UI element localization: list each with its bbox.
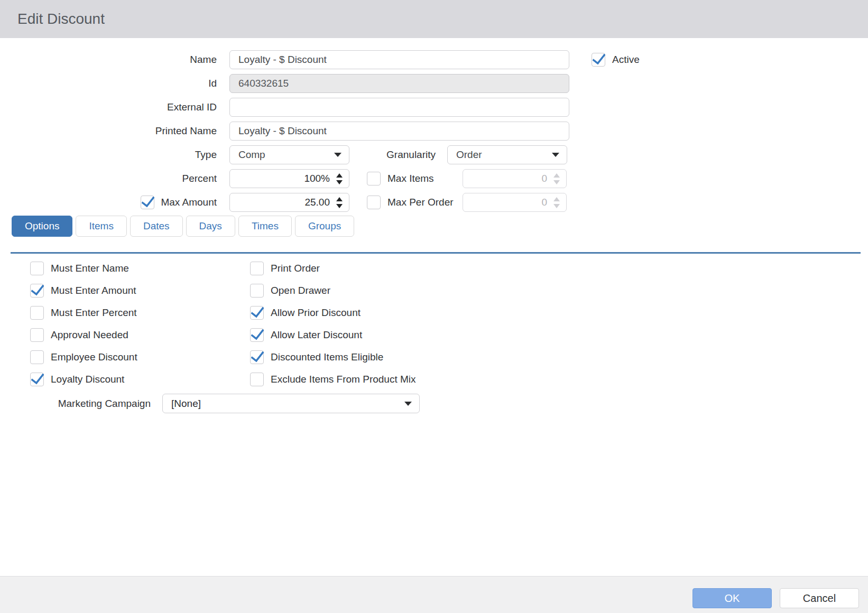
option-must-enter-percent: Must Enter Percent (30, 306, 137, 320)
tab-options[interactable]: Options (12, 216, 72, 237)
option-discounted-items-eligible: Discounted Items Eligible (250, 350, 416, 364)
printed-name-input[interactable]: Loyalty - $ Discount (229, 122, 569, 141)
max-items-group: Max Items (367, 169, 434, 188)
tab-underline (11, 252, 861, 254)
active-checkbox[interactable] (592, 53, 605, 67)
max-per-order-spinner: 0 (463, 193, 567, 212)
printed-name-value: Loyalty - $ Discount (238, 125, 327, 137)
printed-name-row: Printed Name Loyalty - $ Discount (0, 122, 868, 141)
max-items-checkbox[interactable] (367, 172, 381, 185)
must-enter-percent-checkbox[interactable] (30, 306, 44, 320)
spinner-up-icon[interactable] (336, 197, 343, 201)
must-enter-amount-label: Must Enter Amount (51, 285, 136, 296)
max-items-value: 0 (463, 173, 553, 184)
type-select[interactable]: Comp (229, 145, 349, 164)
max-per-order-label: Max Per Order (387, 197, 454, 208)
tab-times[interactable]: Times (238, 216, 292, 237)
max-amount-spinner[interactable]: 25.00 (229, 193, 349, 212)
id-label: Id (0, 78, 217, 89)
percent-label: Percent (0, 173, 217, 184)
option-exclude-items-product-mix: Exclude Items From Product Mix (250, 373, 416, 386)
option-allow-prior-discount: Allow Prior Discount (250, 306, 416, 320)
print-order-checkbox[interactable] (250, 262, 264, 275)
employee-discount-checkbox[interactable] (30, 350, 44, 364)
must-enter-name-checkbox[interactable] (30, 262, 44, 275)
name-row: Name Loyalty - $ Discount Active (0, 50, 868, 69)
id-value: 640332615 (238, 78, 289, 89)
open-drawer-checkbox[interactable] (250, 284, 264, 298)
name-input[interactable]: Loyalty - $ Discount (229, 50, 569, 69)
type-row: Type Comp Granularity Order (0, 145, 868, 164)
percent-spinner[interactable]: 100% (229, 169, 349, 188)
spinner-down-icon[interactable] (336, 204, 343, 208)
tab-dates[interactable]: Dates (130, 216, 183, 237)
option-must-enter-name: Must Enter Name (30, 262, 137, 275)
granularity-select[interactable]: Order (447, 145, 567, 164)
must-enter-percent-label: Must Enter Percent (51, 307, 137, 319)
max-amount-checkbox[interactable] (141, 196, 154, 209)
marketing-campaign-label: Marketing Campaign (0, 398, 151, 410)
max-amount-value: 25.00 (230, 197, 336, 208)
marketing-campaign-value: [None] (171, 398, 404, 410)
max-items-field: 0 (463, 169, 567, 188)
granularity-value: Order (456, 149, 552, 161)
option-approval-needed: Approval Needed (30, 328, 137, 342)
max-amount-label: Max Amount (161, 197, 217, 208)
chevron-down-icon (334, 153, 341, 157)
discounted-items-eligible-checkbox[interactable] (250, 350, 264, 364)
exclude-items-product-mix-checkbox[interactable] (250, 373, 264, 386)
allow-later-discount-checkbox[interactable] (250, 328, 264, 342)
external-id-input[interactable] (229, 98, 569, 117)
tab-items[interactable]: Items (76, 216, 126, 237)
option-employee-discount: Employee Discount (30, 350, 137, 364)
percent-row: Percent 100% Max Items 0 (0, 169, 868, 188)
spinner-arrows-icon[interactable] (336, 173, 343, 184)
tab-bar: Options Items Dates Days Times Groups (12, 216, 354, 237)
option-loyalty-discount: Loyalty Discount (30, 373, 137, 386)
name-label: Name (0, 54, 217, 66)
marketing-campaign-select[interactable]: [None] (162, 394, 420, 413)
allow-prior-discount-checkbox[interactable] (250, 306, 264, 320)
max-per-order-checkbox[interactable] (367, 196, 381, 209)
max-items-spinner: 0 (463, 169, 567, 188)
max-per-order-group: Max Per Order (367, 193, 454, 212)
loyalty-discount-label: Loyalty Discount (51, 374, 124, 385)
options-right-column: Print Order Open Drawer Allow Prior Disc… (250, 262, 416, 395)
id-input: 640332615 (229, 74, 569, 93)
chevron-down-icon (552, 153, 559, 157)
tab-groups[interactable]: Groups (295, 216, 354, 237)
ok-button[interactable]: OK (692, 588, 772, 608)
must-enter-name-label: Must Enter Name (51, 263, 129, 274)
external-id-label: External ID (0, 101, 217, 113)
max-per-order-value: 0 (463, 197, 553, 208)
external-id-row: External ID (0, 98, 868, 117)
spinner-arrows-icon (553, 197, 560, 208)
options-left-column: Must Enter Name Must Enter Amount Must E… (30, 262, 137, 395)
printed-name-label: Printed Name (0, 125, 217, 137)
spinner-up-icon[interactable] (336, 173, 343, 178)
loyalty-discount-checkbox[interactable] (30, 373, 44, 386)
granularity-label: Granularity (349, 149, 436, 161)
option-open-drawer: Open Drawer (250, 284, 416, 298)
max-items-label: Max Items (387, 173, 434, 184)
tab-days[interactable]: Days (186, 216, 235, 237)
must-enter-amount-checkbox[interactable] (30, 284, 44, 298)
employee-discount-label: Employee Discount (51, 351, 137, 363)
dialog-header: Edit Discount (0, 0, 868, 38)
spinner-down-icon[interactable] (336, 180, 343, 184)
type-value: Comp (238, 149, 334, 161)
allow-prior-discount-label: Allow Prior Discount (271, 307, 361, 319)
spinner-arrows-icon (553, 173, 560, 184)
approval-needed-checkbox[interactable] (30, 328, 44, 342)
percent-value: 100% (230, 173, 336, 184)
option-must-enter-amount: Must Enter Amount (30, 284, 137, 298)
type-label: Type (0, 149, 217, 161)
max-amount-row: Max Amount 25.00 Max Per Order 0 (0, 193, 868, 212)
active-label: Active (612, 54, 640, 66)
option-allow-later-discount: Allow Later Discount (250, 328, 416, 342)
allow-later-discount-label: Allow Later Discount (271, 329, 362, 341)
spinner-arrows-icon[interactable] (336, 197, 343, 208)
discount-form: Name Loyalty - $ Discount Active Id 6403… (0, 50, 868, 217)
cancel-button[interactable]: Cancel (780, 588, 859, 608)
active-group: Active (592, 50, 640, 69)
